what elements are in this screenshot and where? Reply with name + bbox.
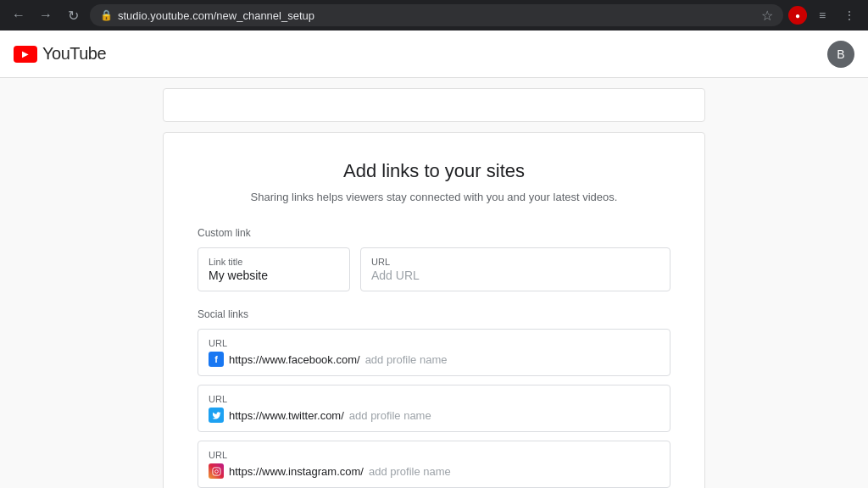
facebook-url-placeholder: add profile name — [365, 353, 448, 366]
youtube-play-icon: ▶ — [14, 46, 37, 63]
main-card: Add links to your sites Sharing links he… — [163, 132, 705, 488]
twitter-url-base: https://www.twitter.com/ — [229, 409, 344, 422]
url-label: URL — [371, 257, 659, 267]
reload-button[interactable]: ↻ — [61, 3, 85, 27]
twitter-url-placeholder: add profile name — [349, 409, 431, 422]
twitter-icon — [209, 408, 224, 423]
instagram-url-base: https://www.instagram.com/ — [229, 465, 364, 478]
custom-link-row: Link title My website URL Add URL — [198, 247, 670, 291]
svg-rect-0 — [212, 467, 220, 474]
custom-link-section: Custom link Link title My website URL Ad… — [198, 227, 670, 291]
back-button[interactable]: ← — [7, 3, 31, 27]
card-subtitle: Sharing links helps viewers stay connect… — [198, 191, 670, 203]
menu-button[interactable]: ⋮ — [837, 3, 861, 27]
browser-actions: ● ≡ ⋮ — [788, 3, 861, 27]
forward-button[interactable]: → — [34, 3, 58, 27]
instagram-input[interactable]: URL https://www.instagram.com/ add profi… — [198, 441, 670, 488]
main-content: Add links to your sites Sharing links he… — [0, 78, 868, 488]
instagram-url-label: URL — [209, 450, 659, 460]
nav-buttons: ← → ↻ — [7, 3, 85, 27]
svg-point-1 — [214, 469, 218, 473]
facebook-url-row: f https://www.facebook.com/ add profile … — [209, 352, 659, 367]
link-title-label: Link title — [209, 257, 339, 267]
social-links-section: Social links URL f https://www.facebook.… — [198, 308, 670, 488]
link-title-value: My website — [209, 269, 339, 282]
facebook-input[interactable]: URL f https://www.facebook.com/ add prof… — [198, 329, 670, 376]
avatar[interactable]: B — [827, 41, 854, 68]
social-links-label: Social links — [198, 308, 670, 320]
link-title-field[interactable]: Link title My website — [198, 247, 350, 291]
url-field[interactable]: URL Add URL — [360, 247, 670, 291]
card-title: Add links to your sites — [198, 160, 670, 182]
browser-chrome: ← → ↻ 🔒 studio.youtube.com/new_channel_s… — [0, 0, 868, 30]
youtube-record-button[interactable]: ● — [788, 6, 807, 25]
extensions-button[interactable]: ≡ — [810, 3, 834, 27]
youtube-logo[interactable]: ▶ YouTube — [14, 44, 106, 64]
twitter-input[interactable]: URL https://www.twitter.com/ add profile… — [198, 385, 670, 432]
twitter-url-row: https://www.twitter.com/ add profile nam… — [209, 408, 659, 423]
address-bar[interactable]: 🔒 studio.youtube.com/new_channel_setup ☆ — [90, 4, 783, 26]
instagram-url-row: https://www.instagram.com/ add profile n… — [209, 463, 659, 479]
url-text: studio.youtube.com/new_channel_setup — [118, 9, 756, 22]
bookmark-icon: ☆ — [761, 8, 773, 24]
url-placeholder: Add URL — [371, 269, 659, 282]
top-partial-card — [163, 88, 705, 122]
youtube-header: ▶ YouTube B — [0, 30, 868, 78]
custom-link-label: Custom link — [198, 227, 670, 239]
svg-point-2 — [218, 469, 219, 469]
twitter-url-label: URL — [209, 394, 659, 404]
instagram-icon — [209, 463, 224, 479]
facebook-url-base: https://www.facebook.com/ — [229, 353, 360, 366]
youtube-logo-text: YouTube — [42, 44, 106, 64]
lock-icon: 🔒 — [100, 9, 113, 21]
facebook-icon: f — [209, 352, 224, 367]
instagram-url-placeholder: add profile name — [369, 465, 451, 478]
facebook-url-label: URL — [209, 338, 659, 348]
